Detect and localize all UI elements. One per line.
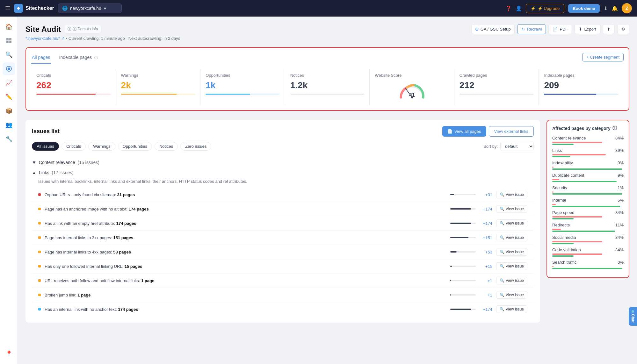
issue-row: Page has an anchored image with no alt t… xyxy=(32,202,534,216)
sidebar-item-edit[interactable]: ✏️ xyxy=(3,90,15,103)
issues-header: Issues list 📄 View all pages View extern… xyxy=(32,126,534,137)
affected-category-row: Indexability 0% xyxy=(552,161,624,170)
stat-website-score: Website Score xyxy=(370,69,454,105)
create-segment-button[interactable]: + Create segment xyxy=(582,53,624,61)
help-button[interactable]: ❓ xyxy=(505,5,512,11)
view-issue-button[interactable]: 🔍 View issue xyxy=(496,291,527,299)
settings-button[interactable]: ⚙ xyxy=(617,24,629,34)
stat-warnings: Warnings 2k xyxy=(116,69,201,105)
tab-indexable-pages[interactable]: Indexable pages ⓘ xyxy=(59,53,99,64)
recrawl-button[interactable]: ↻ Recrawl xyxy=(517,24,546,34)
export-button[interactable]: ⬇ Export xyxy=(575,24,600,34)
issue-count: +53 xyxy=(480,250,492,254)
issue-text: Page has an anchored image with no alt t… xyxy=(45,207,446,211)
links-title: Links xyxy=(39,170,49,175)
avatar[interactable]: Z xyxy=(622,3,632,13)
issue-count: +151 xyxy=(480,235,492,240)
issue-row: Has an internal link with no anchor text… xyxy=(32,302,534,316)
filter-zero-issues[interactable]: Zero issues xyxy=(180,142,211,151)
pdf-icon: 📄 xyxy=(553,27,558,32)
category-pct: 0% xyxy=(618,260,624,265)
sidebar-item-dashboard[interactable] xyxy=(3,34,15,47)
filter-notices[interactable]: Notices xyxy=(155,142,178,151)
crawled-value: 212 xyxy=(460,80,534,90)
menu-icon[interactable]: ☰ xyxy=(5,5,10,12)
issue-count: +1 xyxy=(480,293,492,297)
bell-button[interactable]: 🔔 xyxy=(612,5,618,11)
issue-row: Broken jump link: 1 page +1 🔍 View issue xyxy=(32,288,534,302)
sidebar-item-location[interactable]: 📍 xyxy=(3,347,15,360)
chevron-down-icon: ▾ xyxy=(104,6,106,11)
affected-category-row: Links 89% xyxy=(552,148,624,157)
sort-row: Sort by: default by count by severity xyxy=(483,142,534,151)
view-external-links-button[interactable]: View external links xyxy=(489,126,534,137)
stats-grid: Criticals 262 Warnings 2k Opportunities … xyxy=(31,69,624,105)
search-icon: 🔍 xyxy=(500,293,504,297)
chat-label: Chat xyxy=(631,314,635,323)
view-issue-button[interactable]: 🔍 View issue xyxy=(496,205,527,213)
view-issue-button[interactable]: 🔍 View issue xyxy=(496,262,527,270)
svg-rect-3 xyxy=(9,41,11,43)
filter-all-issues[interactable]: All issues xyxy=(32,142,59,151)
sidebar-item-search[interactable]: 🔍 xyxy=(3,48,15,61)
view-issue-button[interactable]: 🔍 View issue xyxy=(496,277,527,284)
view-issue-button[interactable]: 🔍 View issue xyxy=(496,219,527,227)
severity-indicator xyxy=(38,279,41,282)
collapse-icon: ▼ xyxy=(32,160,36,165)
affected-bar-red xyxy=(552,142,602,143)
upgrade-button[interactable]: ⚡ ⚡ Upgrade xyxy=(526,4,564,13)
site-selector[interactable]: 🌐 newyorkcafe.hu ▾ xyxy=(58,4,122,13)
affected-category-row: Search traffic 0% xyxy=(552,260,624,269)
issues-section: Issues list 📄 View all pages View extern… xyxy=(25,120,540,323)
sidebar-item-tools[interactable]: 🔧 xyxy=(3,132,15,145)
sidebar-item-package[interactable]: 📦 xyxy=(3,104,15,117)
issue-text: Has a link with an empty href attribute:… xyxy=(45,221,446,226)
affected-bar-red xyxy=(552,179,559,180)
affected-bar-red xyxy=(552,266,554,267)
filter-criticals[interactable]: Criticals xyxy=(62,142,86,151)
links-group[interactable]: ▲ Links (17 issues) xyxy=(32,168,534,178)
issue-bar xyxy=(450,309,476,310)
affected-bar-green xyxy=(552,181,617,182)
severity-indicator xyxy=(38,294,41,296)
filter-opportunities[interactable]: Opportunities xyxy=(118,142,152,151)
issue-bar xyxy=(450,266,476,267)
filter-warnings[interactable]: Warnings xyxy=(88,142,115,151)
issue-row: Has only one followed internal linking U… xyxy=(32,259,534,274)
content-relevance-count: (15 issues) xyxy=(78,160,99,165)
svg-point-5 xyxy=(8,68,10,70)
criticals-label: Criticals xyxy=(36,73,111,78)
sidebar-item-users[interactable]: 👥 xyxy=(3,118,15,131)
export-icon: ⬇ xyxy=(579,27,582,32)
view-all-pages-button[interactable]: 📄 View all pages xyxy=(442,126,486,137)
view-issue-button[interactable]: 🔍 View issue xyxy=(496,191,527,198)
crawled-bar xyxy=(460,94,534,95)
chat-button[interactable]: Chat xyxy=(629,307,637,326)
sidebar-item-analytics[interactable]: 📈 xyxy=(3,76,15,89)
site-favicon: 🌐 xyxy=(62,6,68,11)
add-user-button[interactable]: 👤 xyxy=(516,5,522,11)
issues-title: Issues list xyxy=(32,128,60,135)
sidebar-item-home[interactable]: 🏠 xyxy=(3,20,15,33)
view-issue-button[interactable]: 🔍 View issue xyxy=(496,305,527,313)
sidebar-item-audit[interactable] xyxy=(3,62,15,75)
domain-info-button[interactable]: ⓘ ⓘ Domain info xyxy=(64,25,101,33)
severity-indicator xyxy=(38,265,41,268)
content-relevance-group[interactable]: ▼ Content relevance (15 issues) xyxy=(32,157,534,168)
sort-select[interactable]: default by count by severity xyxy=(500,142,534,151)
bookdemo-button[interactable]: Book demo xyxy=(568,4,600,13)
pdf-button[interactable]: 📄 PDF xyxy=(548,24,572,34)
share-button[interactable]: ⬆ xyxy=(603,24,615,34)
view-issue-button[interactable]: 🔍 View issue xyxy=(496,248,527,256)
criticals-value: 262 xyxy=(36,80,111,90)
stats-container: All pages Indexable pages ⓘ + Create seg… xyxy=(25,47,629,111)
affected-bar-red xyxy=(552,229,561,230)
tab-all-pages[interactable]: All pages xyxy=(31,53,51,64)
logo: Sitechecker xyxy=(14,4,54,13)
view-issue-button[interactable]: 🔍 View issue xyxy=(496,234,527,241)
navbar: ☰ Sitechecker 🌐 newyorkcafe.hu ▾ ❓ 👤 ⚡ ⚡… xyxy=(0,0,637,17)
site-link[interactable]: *.newyorkcafe.hu/* ↗ xyxy=(25,36,65,41)
ga-gsc-button[interactable]: G GA / GSC Setup xyxy=(471,24,515,34)
download-button[interactable]: ⬇ xyxy=(604,5,608,11)
indexable-bar xyxy=(544,94,619,95)
